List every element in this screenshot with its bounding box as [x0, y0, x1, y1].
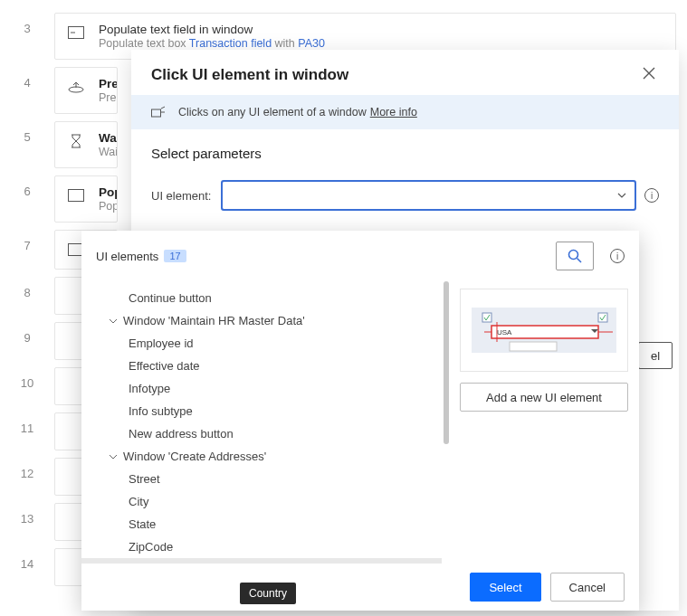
tree-item[interactable]: Effective date [81, 355, 442, 377]
tree-item[interactable]: State [81, 513, 442, 535]
tree-group[interactable]: Window 'Maintain HR Master Data' [81, 309, 442, 332]
tree-item[interactable]: Employee id [81, 332, 442, 355]
svg-point-6 [569, 251, 578, 260]
tree-item[interactable]: Infotype [81, 377, 442, 400]
textbox-icon [66, 185, 86, 205]
element-count-badge: 17 [164, 250, 186, 262]
element-preview: USA [460, 289, 628, 372]
step-title: Wai [99, 131, 118, 145]
step-number: 7 [0, 230, 54, 252]
close-button[interactable] [643, 67, 659, 83]
step-title: Pop [99, 185, 118, 199]
step-subtitle: Pop [99, 200, 118, 213]
chevron-down-icon [109, 452, 119, 461]
step-number: 5 [0, 121, 54, 144]
step-number: 3 [0, 13, 54, 35]
scrollbar[interactable] [442, 281, 449, 564]
modal-title: Click UI element in window [151, 66, 643, 84]
scrollbar-thumb[interactable] [444, 281, 449, 444]
tree-item[interactable]: ZipCode [81, 535, 442, 558]
step-number: 8 [0, 277, 54, 299]
step-number: 10 [0, 367, 54, 390]
step-subtitle: Pres [99, 91, 118, 104]
field-label: UI element: [151, 189, 222, 203]
tree-group-label: Window 'Create Addresses' [123, 450, 266, 463]
info-bar: Clicks on any UI element of a window Mor… [131, 95, 679, 129]
step-subtitle: Populate text box Transaction field with… [99, 37, 664, 50]
svg-rect-3 [69, 190, 84, 202]
svg-text:USA: USA [497, 328, 512, 336]
svg-rect-10 [598, 313, 607, 322]
step-number: 13 [0, 503, 54, 526]
step-card[interactable]: Pres Pres [54, 67, 118, 114]
tree-item-selected[interactable]: Country [81, 558, 442, 564]
tree-group-label: Window 'Maintain HR Master Data' [123, 314, 305, 327]
svg-rect-17 [510, 342, 557, 351]
tree-item[interactable]: Continue button [81, 287, 442, 309]
svg-rect-5 [152, 109, 161, 117]
info-icon[interactable]: i [610, 249, 625, 263]
step-number: 12 [0, 458, 54, 480]
info-text: Clicks on any UI element of a window [178, 106, 367, 118]
press-button-icon [66, 77, 86, 97]
tree-item[interactable]: Info subtype [81, 400, 442, 422]
click-element-icon [151, 106, 167, 118]
picker-title: UI elements [96, 250, 158, 263]
tooltip: Country [240, 583, 296, 604]
textbox-icon [66, 23, 86, 43]
tree-group[interactable]: Window 'Create Addresses' [81, 445, 442, 468]
chevron-down-icon [616, 190, 627, 201]
step-number: 11 [0, 412, 54, 435]
ui-element-select[interactable] [222, 181, 635, 210]
step-card[interactable]: Wai Wait [54, 121, 118, 168]
search-button[interactable] [556, 242, 594, 270]
add-ui-element-button[interactable]: Add a new UI element [460, 383, 628, 412]
preview-pane: USA Add a new UI element [449, 281, 639, 564]
svg-rect-9 [482, 313, 491, 322]
ui-element-picker: UI elements 17 i Continue button Window … [81, 231, 639, 611]
search-icon [567, 248, 583, 264]
hourglass-icon [66, 131, 86, 151]
step-title: Populate text field in window [99, 23, 664, 36]
tree-item[interactable]: Street [81, 468, 442, 490]
step-number: 9 [0, 322, 54, 345]
cancel-button[interactable]: Cancel [550, 573, 625, 602]
cancel-button-behind[interactable]: el [638, 342, 673, 369]
more-info-link[interactable]: More info [370, 106, 417, 118]
section-title: Select parameters [151, 146, 659, 161]
info-icon[interactable]: i [644, 188, 659, 203]
tree-item[interactable]: New address button [81, 422, 442, 445]
step-number: 6 [0, 175, 54, 198]
tree-item[interactable]: City [81, 490, 442, 513]
step-number: 14 [0, 548, 54, 571]
step-subtitle: Wait [99, 146, 118, 158]
step-title: Pres [99, 77, 118, 90]
chevron-down-icon [109, 317, 119, 326]
select-button[interactable]: Select [470, 573, 540, 602]
svg-line-7 [577, 259, 582, 263]
step-card[interactable]: Pop Pop [54, 175, 118, 223]
ui-element-tree[interactable]: Continue button Window 'Maintain HR Mast… [81, 281, 442, 564]
step-number: 4 [0, 67, 54, 90]
